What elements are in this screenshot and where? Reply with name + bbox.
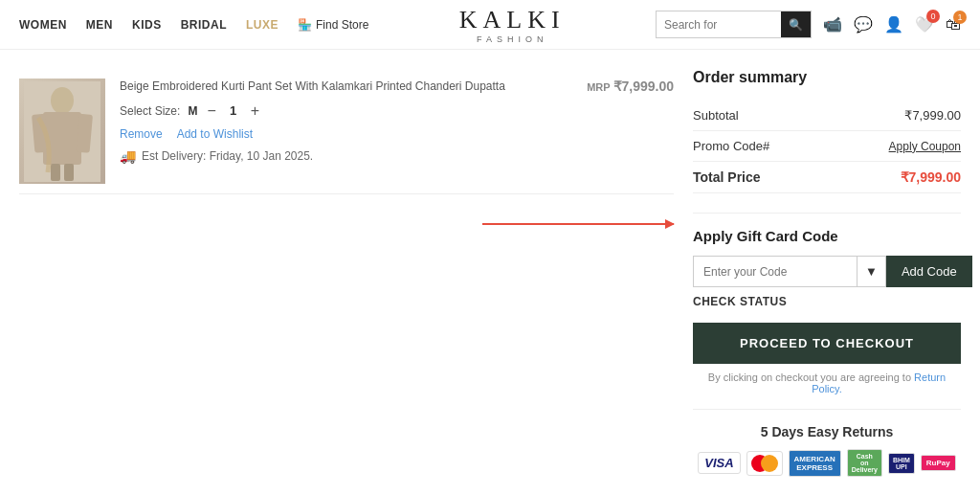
cart-icon-wrap[interactable]: 🛍 1 [946,16,961,34]
total-label: Total Price [693,169,761,185]
header-actions: 🔍 📹 💬 👤 🤍 0 🛍 1 [656,11,961,38]
logo-brand: KALKI [459,6,566,34]
visa-icon: VISA [698,452,740,474]
cart-section: Beige Embroidered Kurti Pant Set With Ka… [19,69,674,477]
video-icon-wrap: 📹 [823,15,842,34]
search-input[interactable] [657,13,781,36]
qty-increase-button[interactable]: + [249,102,261,120]
mrp-label: MRP ₹7,999.00 [587,79,674,94]
qty-decrease-button[interactable]: − [205,102,217,120]
nav-women[interactable]: WOMEN [19,18,67,32]
wishlist-badge: 0 [926,10,940,23]
gift-dropdown-arrow[interactable]: ▼ [858,256,886,287]
order-summary: Order summary Subtotal ₹7,999.00 Promo C… [693,69,961,477]
total-price: ₹7,999.00 [901,169,962,185]
chevron-down-icon: ▼ [865,264,878,279]
mastercard-icon [746,451,783,476]
product-actions: Remove Add to Wishlist [120,127,572,141]
delivery-info: 🚚 Est Delivery: Friday, 10 Jan 2025. [120,148,572,164]
promo-label: Promo Code# [693,139,769,153]
product-silhouette [24,81,100,182]
returns-title: 5 Days Easy Returns [693,424,961,439]
size-label: Select Size: [120,104,180,118]
video-icon: 📹 [823,15,842,34]
delivery-truck-icon: 🚚 [120,148,136,164]
account-icon: 👤 [884,15,903,34]
bhim-upi-icon: BHIMUPI [888,453,915,474]
search-button[interactable]: 🔍 [781,11,811,37]
add-to-wishlist-link[interactable]: Add to Wishlist [177,127,253,141]
main-content: Beige Embroidered Kurti Pant Set With Ka… [0,50,980,495]
qty-number: 1 [224,103,243,118]
proceed-checkout-button[interactable]: PROCEED TO CHECKOUT [693,323,961,364]
cash-delivery-icon: CashonDelivery [847,449,882,477]
product-title: Beige Embroidered Kurti Pant Set With Ka… [120,79,572,95]
quantity-controls: − 1 + [205,102,261,120]
returns-section: 5 Days Easy Returns VISA AMERICANEXPRESS… [693,409,961,477]
header: WOMEN MEN KIDS BRIDAL LUXE 🏪 Find Store … [0,0,980,50]
payment-icons: VISA AMERICANEXPRESS CashonDelivery BHIM… [693,449,961,477]
total-row: Total Price ₹7,999.00 [693,162,961,193]
terms-text: By clicking on checkout you are agreeing… [693,371,961,394]
subtotal-value: ₹7,999.00 [904,108,961,123]
size-value: M [188,104,197,118]
subtotal-row: Subtotal ₹7,999.00 [693,101,961,131]
promo-row: Promo Code# Apply Coupon [693,131,961,162]
add-code-button[interactable]: Add Code [886,256,972,287]
store-icon: 🏪 [298,18,312,32]
nav-men[interactable]: MEN [86,18,113,32]
nav-find-store[interactable]: 🏪 Find Store [298,18,368,32]
logo-sub: FASHION [459,34,566,44]
delivery-text: Est Delivery: Friday, 10 Jan 2025. [142,149,313,163]
arrow-decoration [19,194,674,235]
svg-rect-5 [51,164,60,181]
subtotal-label: Subtotal [693,108,739,123]
gift-card-title: Apply Gift Card Code [693,228,961,244]
main-nav: WOMEN MEN KIDS BRIDAL LUXE 🏪 Find Store [19,18,368,32]
svg-point-1 [51,87,74,114]
product-image [19,79,105,184]
nav-bridal[interactable]: BRIDAL [181,18,227,32]
product-price: MRP ₹7,999.00 [587,79,674,184]
wishlist-icon-wrap[interactable]: 🤍 0 [915,15,934,34]
check-status-link[interactable]: CHECK STATUS [693,295,961,308]
nav-luxe[interactable]: LUXE [246,18,278,32]
account-icon-wrap[interactable]: 👤 [884,15,903,34]
apply-coupon-link[interactable]: Apply Coupon [889,140,961,153]
gift-card-section: Apply Gift Card Code ▼ Add Code CHECK ST… [693,213,961,308]
product-details: Beige Embroidered Kurti Pant Set With Ka… [120,79,572,184]
remove-link[interactable]: Remove [120,127,163,141]
size-row: Select Size: M − 1 + [120,102,572,120]
cart-item: Beige Embroidered Kurti Pant Set With Ka… [19,69,674,194]
arrow-line [482,223,674,225]
order-summary-title: Order summary [693,69,961,86]
search-icon: 🔍 [789,18,803,32]
gift-input-row: ▼ Add Code [693,256,961,287]
logo: KALKI FASHION [459,6,566,44]
whatsapp-icon-wrap[interactable]: 💬 [854,15,873,34]
amex-icon: AMERICANEXPRESS [789,450,841,477]
gift-code-input[interactable] [693,256,858,287]
product-image-placeholder [19,79,105,184]
search-box[interactable]: 🔍 [656,11,812,38]
whatsapp-icon: 💬 [854,15,873,34]
cart-badge: 1 [953,11,967,24]
svg-rect-6 [64,164,74,181]
rupay-icon: RuPay [921,455,956,471]
nav-kids[interactable]: KIDS [132,18,162,32]
